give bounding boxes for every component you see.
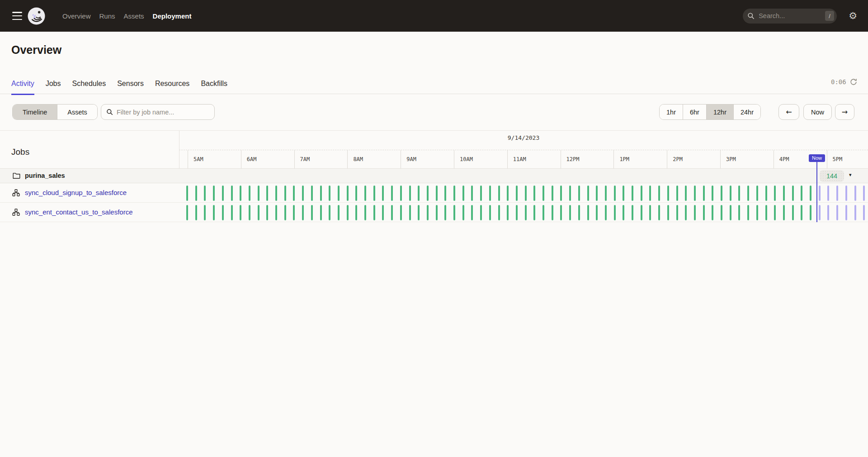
run-tick-success[interactable] xyxy=(382,205,384,220)
run-tick-success[interactable] xyxy=(747,186,749,201)
view-timeline-button[interactable]: Timeline xyxy=(13,105,57,119)
run-tick-success[interactable] xyxy=(311,205,313,220)
run-tick-scheduled[interactable] xyxy=(863,205,865,220)
run-tick-success[interactable] xyxy=(204,186,206,201)
run-tick-success[interactable] xyxy=(302,205,304,220)
run-tick-success[interactable] xyxy=(329,205,330,220)
run-tick-success[interactable] xyxy=(685,186,687,201)
run-tick-success[interactable] xyxy=(213,205,215,220)
run-tick-success[interactable] xyxy=(382,186,384,201)
run-tick-success[interactable] xyxy=(721,205,722,220)
run-tick-success[interactable] xyxy=(462,205,464,220)
run-tick-success[interactable] xyxy=(694,205,696,220)
run-tick-success[interactable] xyxy=(542,205,544,220)
run-tick-success[interactable] xyxy=(444,205,446,220)
run-tick-success[interactable] xyxy=(810,186,811,201)
run-tick-success[interactable] xyxy=(498,186,500,201)
run-tick-scheduled[interactable] xyxy=(836,205,838,220)
run-tick-success[interactable] xyxy=(320,186,322,201)
run-tick-success[interactable] xyxy=(204,205,206,220)
tab-sensors[interactable]: Sensors xyxy=(117,80,144,95)
run-tick-success[interactable] xyxy=(738,186,740,201)
run-tick-success[interactable] xyxy=(498,205,500,220)
run-tick-success[interactable] xyxy=(302,186,304,201)
hamburger-menu-icon[interactable] xyxy=(12,12,22,20)
run-tick-success[interactable] xyxy=(712,186,713,201)
nav-link-assets[interactable]: Assets xyxy=(124,12,144,20)
run-tick-success[interactable] xyxy=(667,205,669,220)
run-tick-success[interactable] xyxy=(480,186,482,201)
run-tick-scheduled[interactable] xyxy=(827,205,829,220)
run-tick-success[interactable] xyxy=(703,205,705,220)
run-tick-success[interactable] xyxy=(552,186,553,201)
run-tick-success[interactable] xyxy=(774,186,776,201)
run-tick-success[interactable] xyxy=(480,205,482,220)
run-tick-success[interactable] xyxy=(712,205,713,220)
run-tick-success[interactable] xyxy=(266,205,268,220)
run-tick-success[interactable] xyxy=(747,205,749,220)
run-tick-scheduled[interactable] xyxy=(863,186,865,201)
tab-jobs[interactable]: Jobs xyxy=(46,80,61,95)
run-tick-success[interactable] xyxy=(231,205,233,220)
run-tick-success[interactable] xyxy=(632,205,633,220)
run-tick-scheduled[interactable] xyxy=(819,205,821,220)
run-tick-success[interactable] xyxy=(569,205,571,220)
caret-down-icon[interactable]: ▾ xyxy=(849,172,852,178)
nav-link-deployment[interactable]: Deployment xyxy=(153,12,192,20)
run-tick-scheduled[interactable] xyxy=(845,186,847,201)
job-filter-input[interactable]: Filter by job name... xyxy=(101,104,215,120)
run-tick-success[interactable] xyxy=(489,205,491,220)
run-tick-success[interactable] xyxy=(418,186,420,201)
run-tick-success[interactable] xyxy=(240,205,241,220)
run-tick-scheduled[interactable] xyxy=(836,186,838,201)
run-tick-success[interactable] xyxy=(614,186,616,201)
run-tick-success[interactable] xyxy=(444,186,446,201)
run-tick-scheduled[interactable] xyxy=(854,205,856,220)
run-tick-success[interactable] xyxy=(249,205,250,220)
run-tick-success[interactable] xyxy=(489,186,491,201)
run-tick-scheduled[interactable] xyxy=(827,186,829,201)
run-tick-success[interactable] xyxy=(436,186,438,201)
run-tick-success[interactable] xyxy=(186,186,188,201)
tab-resources[interactable]: Resources xyxy=(155,80,189,95)
nav-link-overview[interactable]: Overview xyxy=(62,12,91,20)
run-tick-success[interactable] xyxy=(373,186,375,201)
run-tick-success[interactable] xyxy=(391,186,393,201)
run-tick-success[interactable] xyxy=(293,205,295,220)
run-tick-success[interactable] xyxy=(810,205,811,220)
run-tick-success[interactable] xyxy=(658,186,660,201)
timeline-prev-button[interactable]: ← xyxy=(778,104,799,120)
run-tick-success[interactable] xyxy=(765,205,767,220)
run-tick-success[interactable] xyxy=(649,205,651,220)
run-tick-success[interactable] xyxy=(516,205,518,220)
run-tick-success[interactable] xyxy=(783,205,785,220)
range-1hr-button[interactable]: 1hr xyxy=(660,105,683,119)
run-tick-success[interactable] xyxy=(578,186,580,201)
run-tick-success[interactable] xyxy=(373,205,375,220)
run-tick-success[interactable] xyxy=(507,205,509,220)
run-tick-success[interactable] xyxy=(542,186,544,201)
run-tick-success[interactable] xyxy=(320,205,322,220)
run-tick-success[interactable] xyxy=(676,186,678,201)
gear-icon[interactable]: ⚙ xyxy=(849,11,857,21)
run-tick-success[interactable] xyxy=(756,186,758,201)
run-tick-success[interactable] xyxy=(275,205,277,220)
run-tick-success[interactable] xyxy=(427,186,429,201)
run-tick-success[interactable] xyxy=(355,186,357,201)
run-tick-success[interactable] xyxy=(756,205,758,220)
run-tick-success[interactable] xyxy=(453,205,455,220)
run-tick-success[interactable] xyxy=(213,186,215,201)
run-tick-success[interactable] xyxy=(436,205,438,220)
run-tick-success[interactable] xyxy=(453,186,455,201)
run-tick-success[interactable] xyxy=(560,205,562,220)
run-tick-success[interactable] xyxy=(721,186,722,201)
run-tick-success[interactable] xyxy=(266,186,268,201)
run-count-badge[interactable]: 144 xyxy=(820,170,844,182)
run-tick-success[interactable] xyxy=(623,205,624,220)
run-tick-success[interactable] xyxy=(400,205,402,220)
run-tick-success[interactable] xyxy=(703,186,705,201)
nav-link-runs[interactable]: Runs xyxy=(99,12,115,20)
run-tick-success[interactable] xyxy=(641,205,642,220)
dagster-logo-icon[interactable] xyxy=(28,7,45,25)
run-tick-success[interactable] xyxy=(783,186,785,201)
